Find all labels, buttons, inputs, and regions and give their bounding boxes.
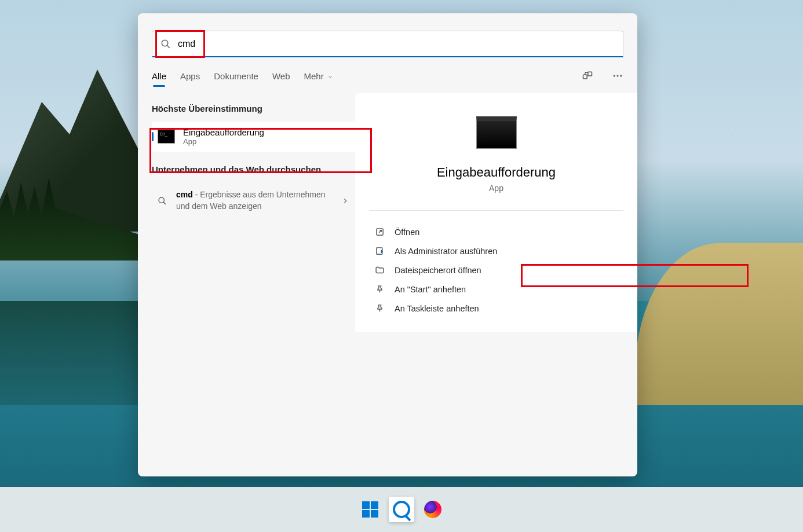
svg-rect-3 bbox=[588, 72, 592, 76]
more-options-icon[interactable] bbox=[612, 70, 623, 82]
start-search-panel: Alle Apps Dokumente Web Mehr Höchste Übe… bbox=[138, 13, 637, 476]
firefox-icon bbox=[424, 501, 441, 518]
action-pin-taskbar[interactable]: An Taskleiste anheften bbox=[369, 299, 623, 318]
tab-more-label: Mehr bbox=[304, 71, 324, 81]
best-match-header: Höchste Übereinstimmung bbox=[152, 104, 355, 113]
divider bbox=[369, 210, 623, 211]
svg-line-8 bbox=[163, 202, 166, 204]
action-run-as-admin[interactable]: Als Administrator ausführen bbox=[369, 241, 623, 261]
open-external-icon bbox=[375, 227, 385, 237]
web-search-header: Unternehmen und das Web durchsuchen bbox=[152, 164, 355, 174]
detail-pane: Eingabeaufforderung App Öffnen Als Admin… bbox=[355, 93, 637, 332]
results-list: Höchste Übereinstimmung C:\_ Eingabeauff… bbox=[138, 93, 355, 332]
chevron-right-icon bbox=[341, 197, 349, 205]
search-icon bbox=[158, 196, 168, 206]
desktop-bg-grass bbox=[635, 243, 803, 405]
action-label: Dateispeicherort öffnen bbox=[395, 266, 481, 275]
filter-tabs: Alle Apps Dokumente Web Mehr bbox=[138, 57, 637, 87]
tab-web[interactable]: Web bbox=[272, 71, 290, 81]
svg-point-4 bbox=[614, 75, 615, 77]
tab-all[interactable]: Alle bbox=[152, 71, 166, 81]
search-icon bbox=[160, 39, 171, 49]
detail-title: Eingabeaufforderung bbox=[437, 165, 556, 180]
folder-icon bbox=[375, 265, 385, 275]
svg-point-5 bbox=[617, 75, 619, 77]
web-search-text: cmd - Ergebnisse aus dem Unternehmen und… bbox=[176, 189, 333, 212]
cmd-app-icon-large bbox=[476, 116, 517, 149]
firefox-button[interactable] bbox=[420, 497, 446, 522]
result-item-eingabeaufforderung[interactable]: C:\_ Eingabeaufforderung App bbox=[152, 122, 355, 152]
svg-point-0 bbox=[162, 40, 168, 46]
action-open-location[interactable]: Dateispeicherort öffnen bbox=[369, 261, 623, 280]
search-input-container[interactable] bbox=[152, 31, 623, 57]
result-subtitle: App bbox=[183, 137, 264, 146]
svg-line-1 bbox=[167, 45, 170, 48]
result-title: Eingabeaufforderung bbox=[183, 127, 264, 137]
tab-documents[interactable]: Dokumente bbox=[214, 71, 258, 81]
detail-subtitle: App bbox=[489, 184, 503, 193]
chevron-down-icon bbox=[327, 74, 333, 80]
web-search-item[interactable]: cmd - Ergebnisse aus dem Unternehmen und… bbox=[152, 182, 355, 219]
search-icon bbox=[393, 501, 410, 518]
action-open[interactable]: Öffnen bbox=[369, 222, 623, 241]
action-pin-start[interactable]: An "Start" anheften bbox=[369, 280, 623, 299]
taskbar bbox=[0, 487, 803, 532]
pin-icon bbox=[375, 284, 385, 294]
desktop-bg-reflection bbox=[0, 301, 139, 405]
action-label: An Taskleiste anheften bbox=[395, 304, 479, 313]
action-label: An "Start" anheften bbox=[395, 285, 466, 294]
tab-more[interactable]: Mehr bbox=[304, 71, 333, 81]
tab-apps[interactable]: Apps bbox=[180, 71, 200, 81]
action-label: Öffnen bbox=[395, 228, 419, 237]
start-button[interactable] bbox=[357, 497, 383, 522]
search-button[interactable] bbox=[389, 497, 414, 522]
svg-point-6 bbox=[620, 75, 622, 77]
shield-icon bbox=[375, 246, 385, 256]
svg-rect-2 bbox=[583, 75, 587, 79]
org-switcher-icon[interactable] bbox=[582, 70, 593, 82]
svg-point-7 bbox=[159, 197, 164, 203]
windows-logo-icon bbox=[362, 501, 378, 518]
search-input[interactable] bbox=[178, 39, 615, 49]
action-label: Als Administrator ausführen bbox=[395, 247, 497, 256]
cmd-app-icon: C:\_ bbox=[158, 130, 175, 144]
pin-icon bbox=[375, 303, 385, 313]
